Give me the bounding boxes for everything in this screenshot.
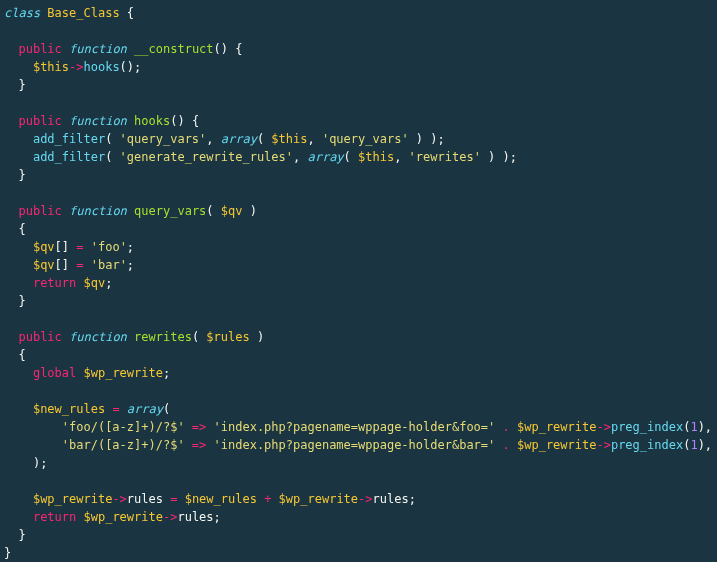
keyword-public: public (18, 204, 61, 218)
param: $rules (206, 330, 249, 344)
this-var: $this (271, 132, 307, 146)
number: 1 (690, 438, 697, 452)
keyword-public: public (18, 114, 61, 128)
brace: { (18, 222, 25, 236)
var: $wp_rewrite (517, 438, 596, 452)
var: $wp_rewrite (279, 492, 358, 506)
keyword-function: function (69, 330, 127, 344)
keyword-function: function (69, 42, 127, 56)
var: $new_rules (185, 492, 257, 506)
prop: rules (373, 492, 409, 506)
method: preg_index (611, 420, 683, 434)
var: $new_rules (33, 402, 105, 416)
string: 'index.php?pagename=wppage-holder&bar=' (214, 438, 496, 452)
var: $qv (33, 258, 55, 272)
param: $qv (221, 204, 243, 218)
code-editor[interactable]: class Base_Class { public function __con… (4, 4, 713, 562)
fn-call: add_filter (33, 150, 105, 164)
array: array (307, 150, 343, 164)
fn-call: add_filter (33, 132, 105, 146)
keyword-public: public (18, 42, 61, 56)
prop: rules (177, 510, 213, 524)
brace: } (18, 168, 25, 182)
var: $wp_rewrite (517, 420, 596, 434)
number: 1 (690, 420, 697, 434)
function-name: hooks (134, 114, 170, 128)
string: 'rewrites' (409, 150, 481, 164)
array: array (221, 132, 257, 146)
var: $wp_rewrite (84, 366, 163, 380)
keyword-class: class (4, 6, 40, 20)
array: array (127, 402, 163, 416)
brace: { (18, 348, 25, 362)
parens: () { (214, 42, 243, 56)
brace: } (18, 294, 25, 308)
brace: } (18, 528, 25, 542)
string: 'generate_rewrite_rules' (120, 150, 293, 164)
keyword-public: public (18, 330, 61, 344)
string: 'bar' (91, 258, 127, 272)
arrow: -> (69, 60, 83, 74)
var: $wp_rewrite (84, 510, 163, 524)
parens: () { (170, 114, 199, 128)
string: 'foo' (91, 240, 127, 254)
string: 'query_vars' (322, 132, 409, 146)
paren: ); (33, 456, 47, 470)
brace: } (4, 546, 11, 560)
brace: { (127, 6, 134, 20)
var: $qv (33, 240, 55, 254)
return: return (33, 276, 76, 290)
prop: rules (127, 492, 163, 506)
return: return (33, 510, 76, 524)
keyword-function: function (69, 114, 127, 128)
method: preg_index (611, 438, 683, 452)
end: (); (120, 60, 142, 74)
string: 'index.php?pagename=wppage-holder&foo=' (214, 420, 496, 434)
function-name: __construct (134, 42, 213, 56)
method: hooks (83, 60, 119, 74)
string: 'bar/([a-z]+)/?$' (62, 438, 185, 452)
this-var: $this (33, 60, 69, 74)
global: global (33, 366, 76, 380)
function-name: query_vars (134, 204, 206, 218)
function-name: rewrites (134, 330, 192, 344)
var: $qv (84, 276, 106, 290)
keyword-function: function (69, 204, 127, 218)
string: 'query_vars' (120, 132, 207, 146)
string: 'foo/([a-z]+)/?$' (62, 420, 185, 434)
this-var: $this (358, 150, 394, 164)
brace: } (18, 78, 25, 92)
class-name: Base_Class (47, 6, 119, 20)
var: $wp_rewrite (33, 492, 112, 506)
